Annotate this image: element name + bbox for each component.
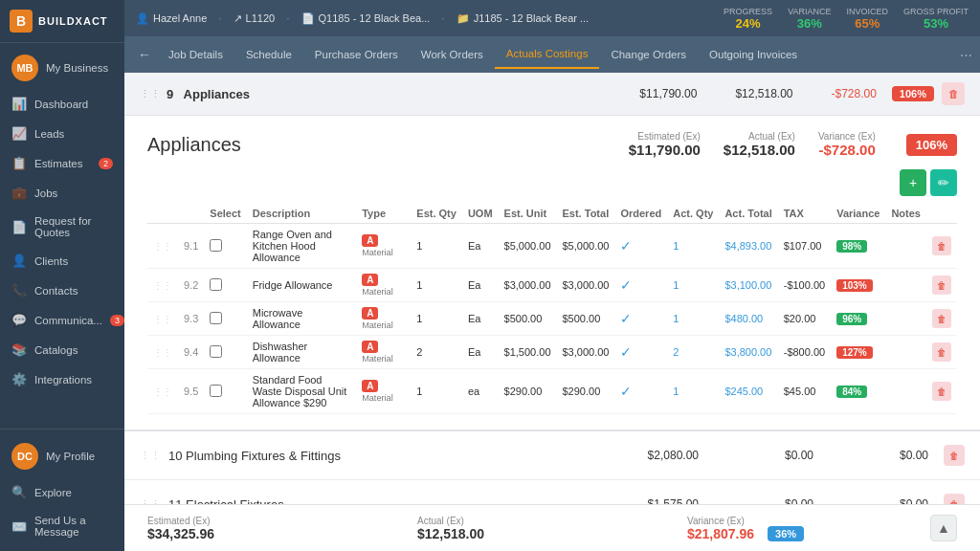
th-description: Description [247,204,356,224]
tab-schedule[interactable]: Schedule [234,41,303,68]
row-delete[interactable]: 🗑 [926,224,957,269]
row-select[interactable] [204,269,246,302]
sidebar-item-contacts[interactable]: 📞 Contacts [0,276,124,305]
row-est-qty: 1 [411,302,462,336]
edit-button[interactable]: ✏ [930,169,957,196]
row-est-total: $5,000.00 [557,224,615,269]
row-est-total: $3,000.00 [557,269,615,302]
table-row: ⋮⋮ 9.2 Fridge Allowance A Material 1 Ea … [147,269,957,302]
row-uom: Ea [462,269,499,302]
contacts-icon: 📞 [11,283,27,298]
row-select[interactable] [204,302,246,336]
section-delete-button[interactable]: 🗑 [944,494,965,504]
topbar-user: 👤 Hazel Anne [136,12,207,25]
sidebar-item-label: Send Us a Message [34,515,113,538]
sidebar-item-integrations[interactable]: ⚙️ Integrations [0,364,124,394]
other-section-row[interactable]: ⋮⋮ 11 Electrical Fixtures $1,575.00 $0.0… [124,480,980,504]
row-delete[interactable]: 🗑 [926,269,957,302]
row-est-unit: $5,000.00 [499,224,557,269]
topbar-job[interactable]: 📁 J1185 - 12 Black Bear ... [457,12,589,25]
section-row-appliances[interactable]: ⋮⋮ 9 Appliances $11,790.00 $12,518.00 -$… [124,73,980,116]
row-est-qty: 1 [411,269,462,302]
row-uom: ea [462,369,499,414]
tab-purchase-orders[interactable]: Purchase Orders [303,41,410,68]
row-tax: $20.00 [778,302,831,336]
table-row: ⋮⋮ 9.4 Dishwasher Allowance A Material 2… [147,336,957,369]
row-variance: 103% [831,269,885,302]
th-notes: Notes [885,204,926,224]
back-button[interactable]: ← [132,43,157,66]
dashboard-icon: 📊 [11,97,27,111]
sidebar-item-my-business[interactable]: MB My Business [0,47,124,89]
row-delete[interactable]: 🗑 [926,302,957,336]
sidebar-item-dashboard[interactable]: 📊 Dashboard [0,89,124,119]
sidebar-item-catalogs[interactable]: 📚 Catalogs [0,335,124,364]
sidebar-item-clients[interactable]: 👤 Clients [0,246,124,276]
footer: Estimated (Ex) $34,325.96 Actual (Ex) $1… [124,504,980,551]
row-tax: -$800.00 [778,336,831,369]
sidebar-item-label: My Profile [46,451,95,462]
scroll-up-button[interactable]: ▲ [930,515,957,541]
sidebar-item-explore[interactable]: 🔍 Explore [0,477,124,507]
row-est-total: $3,000.00 [557,336,615,369]
row-select[interactable] [204,336,246,369]
quote-icon: 📄 [301,12,315,25]
section-title: 10 Plumbing Fixtures & Fittings [168,449,641,463]
sidebar-item-jobs[interactable]: 💼 Jobs [0,178,124,208]
th-variance: Variance [831,204,885,224]
row-act-qty: 1 [667,302,719,336]
row-select[interactable] [204,224,246,269]
tab-work-orders[interactable]: Work Orders [410,41,495,68]
tab-more-icon[interactable]: ⋯ [960,48,972,62]
integrations-icon: ⚙️ [11,372,27,386]
section-variance: -$728.00 [831,87,876,100]
other-section-row[interactable]: ⋮⋮ 10 Plumbing Fixtures & Fittings $2,08… [124,431,980,480]
tab-actuals-costings[interactable]: Actuals Costings [495,40,600,69]
sidebar-item-send-message[interactable]: ✉️ Send Us a Message [0,507,124,545]
sidebar-item-communications[interactable]: 💬 Communica... 3 [0,305,124,335]
sidebar-nav: MB My Business 📊 Dashboard 📈 Leads 📋 Est… [0,43,124,429]
metric-gross-profit: Gross Profit 53% [903,7,969,31]
row-drag: ⋮⋮ [147,224,178,269]
section-9-title: 9 Appliances [167,87,639,101]
sidebar-bottom: DC My Profile 🔍 Explore ✉️ Send Us a Mes… [0,429,124,551]
sidebar-item-my-profile[interactable]: DC My Profile [0,435,124,477]
sidebar-item-leads[interactable]: 📈 Leads [0,119,124,148]
appliances-summary: Estimated (Ex) $11,790.00 Actual (Ex) $1… [629,131,957,158]
communications-icon: 💬 [11,313,27,327]
row-type: A Material [356,336,411,369]
row-drag: ⋮⋮ [147,269,178,302]
row-description: Microwave Allowance [247,302,356,336]
appliances-header: Appliances Estimated (Ex) $11,790.00 Act… [147,131,957,158]
sidebar-item-rfq[interactable]: 📄 Request for Quotes [0,208,124,246]
sidebar-item-label: My Business [46,62,108,74]
other-sections: ⋮⋮ 10 Plumbing Fixtures & Fittings $2,08… [124,431,980,504]
topbar-quote[interactable]: 📄 Q1185 - 12 Black Bea... [301,12,431,25]
row-select[interactable] [204,369,246,414]
metric-invoiced: Invoiced 65% [846,7,888,31]
tab-outgoing-invoices[interactable]: Outgoing Invoices [698,41,809,68]
row-ordered: ✓ [614,269,667,302]
tab-job-details[interactable]: Job Details [157,41,234,68]
topbar-lead[interactable]: ↗ L1120 [234,12,276,25]
rfq-icon: 📄 [11,220,27,234]
sidebar-item-estimates[interactable]: 📋 Estimates 2 [0,148,124,178]
row-drag: ⋮⋮ [147,369,178,414]
section-delete-button[interactable]: 🗑 [944,445,965,466]
row-est-qty: 2 [411,336,462,369]
footer-estimated: Estimated (Ex) $34,325.96 [147,516,417,541]
section-delete-button[interactable]: 🗑 [942,82,965,105]
job-value: J1185 - 12 Black Bear ... [474,12,589,24]
row-notes [885,302,926,336]
row-act-qty: 1 [667,224,719,269]
sidebar-item-label: Communica... [34,315,102,326]
th-ordered: Ordered [614,204,667,224]
action-buttons: + ✏ [147,169,957,196]
row-delete[interactable]: 🗑 [926,336,957,369]
row-delete[interactable]: 🗑 [926,369,957,414]
tab-change-orders[interactable]: Change Orders [599,41,698,68]
sidebar-item-label: Estimates [34,158,83,169]
logo-icon: B [10,10,33,33]
add-row-button[interactable]: + [900,169,926,196]
row-type: A Material [356,269,411,302]
